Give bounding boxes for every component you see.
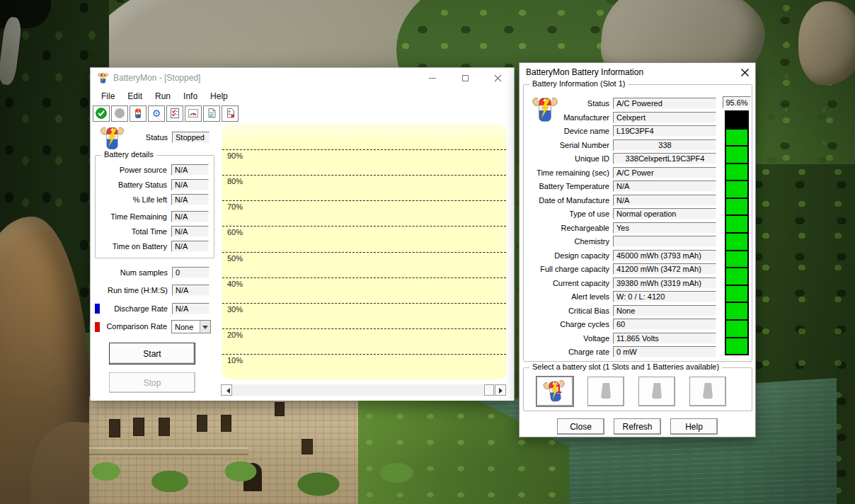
battery-slot-3[interactable] bbox=[638, 377, 675, 406]
run-time-label: Run time (H:M:S) bbox=[95, 286, 172, 294]
chart-scrollbar[interactable] bbox=[221, 384, 506, 396]
chart-gridline-60: 60% bbox=[222, 226, 506, 227]
field-label: Total Time bbox=[97, 227, 171, 236]
empty-slot-icon bbox=[594, 379, 618, 403]
charge-segment bbox=[726, 251, 747, 269]
scrollbar-thumb[interactable] bbox=[484, 384, 494, 396]
battery-slot-2[interactable] bbox=[587, 377, 624, 406]
toolbar: ⚙ bbox=[91, 104, 514, 122]
info-value-current-capacity: 39380 mWh (3319 mAh) bbox=[613, 277, 716, 289]
window-title: BatteryMon - [Stopped] bbox=[113, 73, 200, 83]
battery-slot-icon bbox=[541, 378, 568, 405]
battery-slot-1[interactable]: 1 bbox=[536, 377, 573, 406]
info-row-critical-bias: Critical BiasNone bbox=[527, 305, 716, 316]
chart-tick-label: 70% bbox=[227, 202, 243, 211]
exit-button[interactable] bbox=[222, 105, 239, 122]
info-value-serial-number: 338 bbox=[613, 139, 716, 151]
info-label: Status bbox=[527, 99, 613, 108]
info-row-full-charge-capacity: Full charge capacity41200 mWh (3472 mAh) bbox=[527, 263, 716, 275]
minimize-button[interactable] bbox=[416, 68, 449, 88]
info-label: Type of use bbox=[527, 210, 613, 218]
menu-item-help[interactable]: Help bbox=[204, 90, 234, 103]
chart-gridline-30: 30% bbox=[222, 303, 506, 304]
battery-slot-4[interactable] bbox=[689, 377, 726, 406]
info-row-serial-number: Serial Number338 bbox=[527, 139, 716, 151]
discharge-rate-swatch-icon bbox=[95, 304, 100, 314]
info-label: Time remaining (sec) bbox=[527, 168, 613, 177]
checklist-button[interactable] bbox=[166, 105, 183, 122]
field-value-life-left: N/A bbox=[171, 194, 209, 205]
options-button[interactable]: ⚙ bbox=[148, 105, 165, 122]
charge-segment bbox=[726, 181, 747, 199]
charge-segment bbox=[726, 199, 747, 217]
comparison-rate-swatch-icon bbox=[95, 322, 100, 332]
charge-segment bbox=[726, 268, 747, 286]
num-samples-row: Num samples 0 bbox=[95, 266, 214, 278]
info-label: Critical Bias bbox=[527, 307, 613, 315]
info-label: Alert levels bbox=[527, 292, 613, 301]
menu-item-info[interactable]: Info bbox=[177, 90, 204, 103]
gauge-icon bbox=[188, 108, 199, 119]
batterymon-logo-icon bbox=[97, 72, 109, 84]
battery-button[interactable] bbox=[130, 105, 147, 122]
info-value-unique-id: 338CelxpertL19C3PF4 bbox=[613, 153, 716, 164]
scroll-left-button[interactable] bbox=[221, 384, 232, 396]
info-row-status: StatusA/C Powered bbox=[527, 98, 716, 109]
stop-button[interactable] bbox=[111, 105, 128, 122]
close-button[interactable]: Close bbox=[557, 418, 604, 435]
chevron-down-icon[interactable] bbox=[200, 321, 210, 333]
field-label: Battery Status bbox=[97, 181, 171, 189]
comparison-rate-select[interactable]: None bbox=[171, 320, 211, 333]
charge-segment bbox=[726, 216, 747, 234]
info-label: Manufacturer bbox=[527, 113, 613, 122]
info-row-chemistry: Chemistry bbox=[527, 236, 716, 247]
dialog-buttons: CloseRefreshHelp bbox=[520, 418, 755, 435]
dialog-content: Battery Information (Slot 1) StatusA/C P… bbox=[520, 81, 755, 437]
menu-item-edit[interactable]: Edit bbox=[121, 90, 149, 103]
stats-rows: Num samples 0 Run time (H:M:S) N/A Disch… bbox=[95, 266, 214, 338]
field-label: Time on Battery bbox=[97, 242, 171, 251]
info-label: Rechargeable bbox=[527, 224, 613, 232]
run-time-row: Run time (H:M:S) N/A bbox=[95, 285, 214, 297]
chart-gridline-90: 90% bbox=[222, 149, 506, 150]
stop-icon bbox=[114, 108, 125, 119]
chart-gridline-80: 80% bbox=[222, 175, 506, 176]
gauge-button[interactable] bbox=[185, 105, 202, 122]
scroll-right-button[interactable] bbox=[495, 384, 506, 396]
report-button[interactable] bbox=[203, 105, 220, 122]
info-label: Current capacity bbox=[527, 279, 613, 287]
refresh-button[interactable]: Refresh bbox=[614, 418, 661, 435]
maximize-icon bbox=[462, 75, 469, 81]
info-row-unique-id: Unique ID338CelxpertL19C3PF4 bbox=[527, 153, 716, 164]
battery-info-dialog: BatteryMon Battery Information Battery I… bbox=[519, 62, 756, 437]
field-label: Time Remaining bbox=[97, 212, 171, 221]
chart-tick-label: 20% bbox=[227, 331, 243, 339]
help-button[interactable]: Help bbox=[670, 418, 718, 435]
close-button[interactable] bbox=[481, 68, 514, 88]
info-value-manufacturer: Celxpert bbox=[613, 112, 716, 123]
info-row-device-name: Device nameL19C3PF4 bbox=[527, 125, 716, 137]
field-value-power-source: N/A bbox=[171, 164, 209, 176]
info-row-battery-temperature: Battery TemperatureN/A bbox=[527, 181, 716, 192]
menu-item-file[interactable]: File bbox=[95, 90, 121, 103]
main-titlebar[interactable]: BatteryMon - [Stopped] bbox=[91, 68, 514, 88]
dialog-close-button[interactable] bbox=[734, 63, 755, 81]
start-button[interactable] bbox=[93, 105, 110, 122]
charge-segment bbox=[726, 112, 747, 130]
menu-item-run[interactable]: Run bbox=[149, 90, 177, 103]
report-icon bbox=[206, 108, 217, 119]
maximize-button[interactable] bbox=[449, 68, 481, 88]
chart-tick-label: 50% bbox=[227, 254, 243, 263]
info-value-full-charge-capacity: 41200 mWh (3472 mAh) bbox=[613, 263, 716, 275]
start-button[interactable]: Start bbox=[109, 343, 195, 365]
charge-segment bbox=[726, 321, 747, 338]
info-label: Voltage bbox=[527, 334, 613, 343]
info-value-battery-temperature: N/A bbox=[613, 181, 716, 192]
info-row-current-capacity: Current capacity39380 mWh (3319 mAh) bbox=[527, 277, 716, 289]
num-samples-label: Num samples bbox=[95, 268, 172, 277]
battery-slots: 1 bbox=[524, 368, 752, 406]
info-row-date-of-manufacture: Date of ManufactureN/A bbox=[527, 195, 716, 206]
scrollbar-track[interactable] bbox=[232, 384, 495, 396]
field-label: % Life left bbox=[97, 195, 171, 204]
battery-detail-row-time-on-battery: Time on BatteryN/A bbox=[97, 241, 214, 252]
